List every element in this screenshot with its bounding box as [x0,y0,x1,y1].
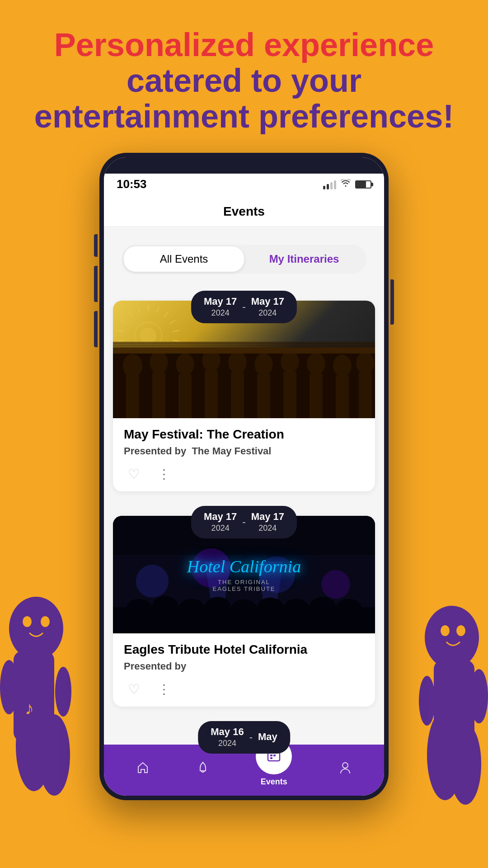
svg-point-38 [123,354,143,377]
like-button-1[interactable]: ♡ [124,464,144,484]
date-badge-2: May 17 2024 - May 17 2024 [191,506,297,538]
svg-point-68 [152,596,178,616]
svg-text:♪: ♪ [25,698,34,718]
more-icon-2: ⋮ [158,682,171,697]
more-button-1[interactable]: ⋮ [155,464,174,484]
svg-point-15 [470,669,488,723]
svg-rect-53 [310,373,323,418]
event-actions-1: ♡ ⋮ [124,464,364,484]
nav-events[interactable]: Events [256,752,292,787]
svg-point-0 [9,597,63,660]
more-icon-1: ⋮ [158,467,171,481]
svg-point-52 [307,354,325,375]
svg-rect-45 [205,370,218,418]
event-title-1: May Festival: The Creation [124,427,364,442]
svg-line-30 [117,340,124,341]
svg-point-4 [23,616,32,627]
event-card-content-2[interactable]: Hotel California THE ORIGINALEAGLES TRIB… [113,516,375,707]
svg-point-70 [205,597,231,617]
date-end-1: May 17 2024 [251,295,284,319]
svg-point-69 [178,599,205,618]
tab-all-events[interactable]: All Events [124,246,244,272]
svg-line-21 [173,330,179,331]
svg-line-20 [170,320,176,324]
date-end-2: May 17 2024 [251,510,284,534]
heart-icon-1: ♡ [128,466,140,482]
tab-bar: All Events My Itineraries [122,245,366,274]
svg-point-16 [419,676,435,726]
event-card-1: May 17 2024 - May 17 2024 [113,301,375,491]
battery-icon [355,180,371,189]
hero-line1: Personalized experience [54,27,434,63]
wifi-icon [341,179,351,189]
svg-rect-57 [359,373,372,418]
date-badge-1: May 17 2024 - May 17 2024 [191,291,297,323]
volume-down-button[interactable] [94,266,98,302]
deco-figure-right [398,583,488,832]
svg-point-5 [41,616,50,627]
svg-point-14 [456,625,465,636]
nav-notifications[interactable] [196,761,210,778]
date-badge-3: May 16 2024 - May [198,721,290,754]
svg-point-6 [0,660,18,714]
app-header: Events [104,195,384,226]
heart-icon-2: ♡ [128,681,140,697]
svg-point-9 [425,606,479,669]
person-icon [338,761,352,778]
svg-line-31 [117,330,124,331]
svg-line-22 [173,340,179,341]
hero-line3: entertainment preferences! [34,98,454,134]
svg-point-3 [38,714,70,796]
event-card-2: May 17 2024 - May 17 2024 [113,516,375,707]
svg-point-54 [333,354,352,377]
svg-rect-55 [336,375,349,418]
status-bar: 10:53 [104,174,384,195]
svg-line-18 [157,306,159,312]
svg-rect-81 [270,755,272,756]
svg-point-73 [283,599,310,618]
event-presenter-2: Presented by [124,660,364,672]
event-title-2: Eagles Tribute Hotel California [124,642,364,657]
events-list: May 17 2024 - May 17 2024 [104,274,384,745]
nav-profile[interactable] [338,761,352,778]
nav-home[interactable] [136,761,150,778]
orchestra-silhouette [113,354,375,418]
event-presenter-1: Presented by The May Festival [124,445,364,457]
date-start-2: May 17 2024 [204,510,237,534]
silent-switch[interactable] [94,311,98,347]
svg-point-12 [450,723,481,805]
svg-rect-47 [231,372,244,418]
svg-rect-39 [126,375,139,418]
status-time: 10:53 [117,177,147,191]
volume-up-button[interactable] [94,234,98,257]
svg-line-32 [121,320,127,324]
like-button-2[interactable]: ♡ [124,679,144,699]
more-button-2[interactable]: ⋮ [155,679,174,699]
status-icons [323,179,371,189]
svg-rect-82 [273,755,276,756]
signal-icon [323,179,336,189]
hotel-california-text-block: Hotel California THE ORIGINALEAGLES TRIB… [187,557,301,593]
svg-point-7 [55,667,71,717]
svg-point-75 [336,599,362,618]
phone-screen: 10:53 [104,157,384,796]
event-info-1: May Festival: The Creation Presented by … [113,418,375,491]
svg-point-48 [254,354,273,376]
phone-notch [104,157,384,174]
svg-point-67 [126,599,152,618]
event-info-2: Eagles Tribute Hotel California Presente… [113,633,375,707]
event-card-content-1[interactable]: May Festival: The Creation Presented by … [113,301,375,491]
bell-icon [196,761,210,778]
partial-card-wrapper: May 16 2024 - May [113,731,375,745]
svg-point-84 [343,763,348,768]
hotel-california-subtitle: THE ORIGINALEAGLES TRIBUTE [187,579,301,592]
events-nav-label: Events [261,777,287,787]
svg-point-74 [310,597,336,617]
power-button[interactable] [390,279,394,325]
tab-my-itineraries[interactable]: My Itineraries [244,246,364,272]
hero-section: Personalized experience catered to your … [0,0,488,153]
hero-line2: catered to your [127,62,361,99]
svg-line-19 [164,311,169,316]
svg-point-72 [257,597,283,617]
phone-frame: 10:53 [99,153,389,800]
